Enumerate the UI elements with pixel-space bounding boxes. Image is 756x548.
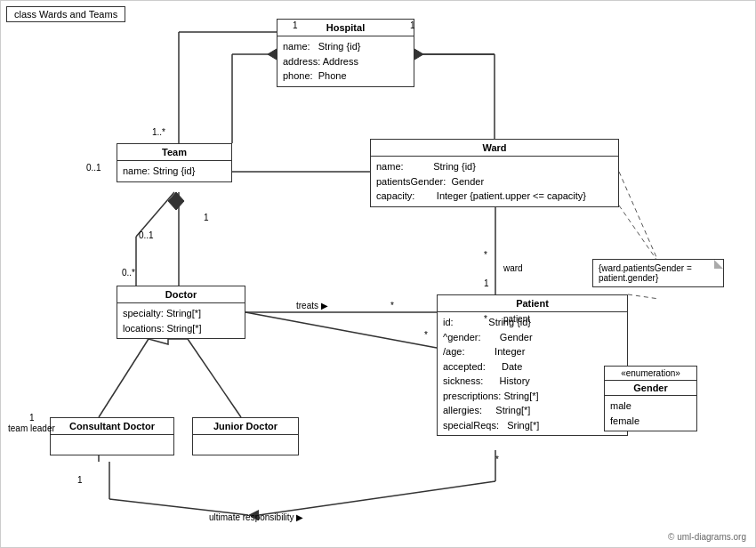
- consultant-doctor-class: Consultant Doctor: [50, 417, 174, 455]
- svg-line-31: [259, 481, 495, 515]
- junior-doctor-class: Junior Doctor: [192, 417, 299, 455]
- team-header: Team: [117, 144, 231, 161]
- label-star-patient-role: *: [484, 314, 487, 324]
- label-star-patient-bottom: *: [495, 455, 499, 464]
- diagram-title: class Wards and Teams: [6, 6, 125, 22]
- svg-line-25: [628, 294, 659, 299]
- ward-header: Ward: [371, 140, 618, 157]
- label-ward-role: ward: [503, 263, 523, 273]
- hospital-body: name: String {id} address: Address phone…: [277, 36, 414, 86]
- team-body: name: String {id}: [117, 161, 231, 181]
- label-star-doctor-treats: *: [390, 301, 394, 310]
- ward-class: Ward name: String {id} patientsGender: G…: [370, 139, 619, 207]
- doctor-body: specialty: String[*] locations: String[*…: [117, 303, 245, 338]
- label-1-hospital-team: 1: [293, 20, 298, 30]
- label-star-treats-patient: *: [424, 330, 428, 340]
- label-01-ward-team: 0..1: [86, 163, 101, 173]
- constraint-text: {ward.patientsGender =patient.gender}: [599, 263, 718, 283]
- team-class: Team name: String {id}: [117, 143, 232, 182]
- svg-line-10: [99, 339, 149, 417]
- junior-doctor-body: [193, 435, 298, 455]
- label-patient-role: patient: [503, 314, 530, 324]
- svg-line-8: [245, 312, 437, 348]
- label-1-ultimate: 1: [77, 475, 83, 485]
- label-1star-team: 1..*: [152, 127, 165, 137]
- constraint-note: {ward.patientsGender =patient.gender}: [592, 259, 724, 287]
- label-1-team-leader: 1: [29, 413, 35, 423]
- diagram-container: class Wards and Teams: [0, 0, 756, 548]
- consultant-doctor-body: [51, 435, 173, 455]
- junior-doctor-header: Junior Doctor: [193, 418, 298, 435]
- label-team-leader: team leader: [8, 423, 55, 433]
- svg-line-11: [188, 339, 241, 417]
- label-1-ward-patient: 1: [484, 278, 489, 288]
- copyright: © uml-diagrams.org: [668, 532, 746, 542]
- svg-line-24: [619, 206, 659, 263]
- label-01-team-self: 0..1: [139, 230, 154, 240]
- label-1-hospital-ward: 1: [410, 20, 415, 30]
- doctor-class: Doctor specialty: String[*] locations: S…: [117, 286, 245, 339]
- label-star-ward-patient: *: [484, 250, 487, 260]
- label-0star-doctor: 0..*: [122, 268, 135, 278]
- consultant-doctor-header: Consultant Doctor: [51, 418, 173, 435]
- label-ultimate-responsibility: ultimate responsibility ▶: [209, 512, 303, 522]
- enum-stereotype: «enumeration»: [605, 367, 696, 381]
- enum-name: Gender: [605, 381, 696, 396]
- title-text: class Wards and Teams: [14, 9, 117, 20]
- enum-values: male female: [605, 396, 696, 431]
- gender-enumeration: «enumeration» Gender male female: [604, 366, 697, 431]
- ward-body: name: String {id} patientsGender: Gender…: [371, 157, 618, 206]
- svg-line-27: [619, 172, 659, 263]
- label-1-team-assoc: 1: [204, 213, 209, 222]
- patient-class: Patient id: String {id} ^gender: Gender …: [437, 294, 628, 436]
- doctor-header: Doctor: [117, 286, 245, 303]
- patient-header: Patient: [438, 295, 627, 312]
- patient-body: id: String {id} ^gender: Gender /age: In…: [438, 312, 627, 435]
- label-treats: treats ▶: [296, 301, 328, 310]
- svg-marker-18: [168, 192, 184, 210]
